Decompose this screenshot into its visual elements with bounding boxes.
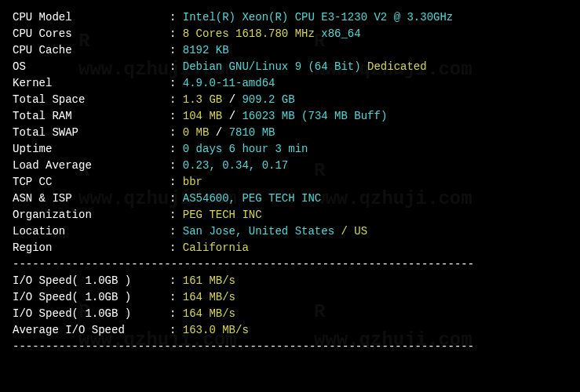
info-label: I/O Speed( 1.0GB ) <box>13 289 170 306</box>
info-value-part: 7810 MB <box>229 125 275 141</box>
info-value: PEG TECH INC <box>183 207 262 223</box>
info-value: Intel(R) Xeon(R) CPU E3-1230 V2 @ 3.30GH… <box>183 9 453 26</box>
info-label: I/O Speed( 1.0GB ) <box>13 306 170 322</box>
colon: : <box>170 158 183 174</box>
info-label: OS <box>13 59 170 75</box>
info-row: Total Space : 1.3 GB / 909.2 GB <box>13 92 567 108</box>
info-label: TCP CC <box>13 174 170 191</box>
info-row: I/O Speed( 1.0GB ) : 164 MB/s <box>13 306 567 322</box>
colon: : <box>170 59 183 75</box>
colon: : <box>170 273 183 289</box>
info-row: CPU Model : Intel(R) Xeon(R) CPU E3-1230… <box>13 9 567 26</box>
info-value-part: / <box>222 92 242 108</box>
info-row: Organization : PEG TECH INC <box>13 207 567 223</box>
info-value: 4.9.0-11-amd64 <box>183 75 275 92</box>
info-row: I/O Speed( 1.0GB ) : 164 MB/s <box>13 289 567 306</box>
colon: : <box>170 108 183 125</box>
divider: ----------------------------------------… <box>13 256 567 273</box>
colon: : <box>170 92 183 108</box>
info-label: Total RAM <box>13 108 170 125</box>
info-value-part: San Jose, United States <box>183 223 334 240</box>
info-value-part: x86_64 <box>315 26 361 42</box>
info-value-part: 16023 MB <box>242 108 294 125</box>
colon: : <box>170 223 183 240</box>
info-label: Load Average <box>13 158 170 174</box>
info-row: ASN & ISP : AS54600, PEG TECH INC <box>13 191 567 207</box>
io-speed-section: I/O Speed( 1.0GB ) : 161 MB/sI/O Speed( … <box>13 273 567 339</box>
info-value: AS54600, PEG TECH INC <box>183 191 321 207</box>
info-value-part: 104 MB <box>183 108 222 125</box>
info-value: 164 MB/s <box>183 289 235 306</box>
colon: : <box>170 174 183 191</box>
info-row: Location : San Jose, United States / US <box>13 223 567 240</box>
info-value-part: / <box>209 125 228 141</box>
info-row: CPU Cores : 8 Cores 1618.780 MHz x86_64 <box>13 26 567 42</box>
info-row: Average I/O Speed : 163.0 MB/s <box>13 322 567 339</box>
colon: : <box>170 75 183 92</box>
colon: : <box>170 289 183 306</box>
info-row: Total RAM : 104 MB / 16023 MB (734 MB Bu… <box>13 108 567 125</box>
info-value-part: / <box>222 108 242 125</box>
info-label: Kernel <box>13 75 170 92</box>
colon: : <box>170 306 183 322</box>
info-label: Total SWAP <box>13 125 170 141</box>
info-row: Uptime : 0 days 6 hour 3 min <box>13 141 567 158</box>
info-value: 8192 KB <box>183 42 229 59</box>
info-label: I/O Speed( 1.0GB ) <box>13 273 170 289</box>
info-value: bbr <box>183 174 202 191</box>
info-label: CPU Model <box>13 9 170 26</box>
info-label: CPU Cache <box>13 42 170 59</box>
info-row: CPU Cache : 8192 KB <box>13 42 567 59</box>
info-row: TCP CC : bbr <box>13 174 567 191</box>
colon: : <box>170 42 183 59</box>
info-value: 163.0 MB/s <box>183 322 249 339</box>
colon: : <box>170 240 183 256</box>
info-value: California <box>183 240 249 256</box>
colon: : <box>170 9 183 26</box>
colon: : <box>170 125 183 141</box>
info-label: Average I/O Speed <box>13 322 170 339</box>
system-info-section: CPU Model : Intel(R) Xeon(R) CPU E3-1230… <box>13 9 567 256</box>
info-label: Uptime <box>13 141 170 158</box>
info-value-part: / US <box>334 223 367 240</box>
info-value: 161 MB/s <box>183 273 235 289</box>
colon: : <box>170 207 183 223</box>
colon: : <box>170 322 183 339</box>
info-label: Total Space <box>13 92 170 108</box>
colon: : <box>170 26 183 42</box>
info-label: Region <box>13 240 170 256</box>
info-label: Organization <box>13 207 170 223</box>
colon: : <box>170 141 183 158</box>
info-value-part: 0 MB <box>183 125 210 141</box>
info-value-part: Dedicated <box>361 59 427 75</box>
info-value-part: Debian GNU/Linux 9 (64 Bit) <box>183 59 361 75</box>
info-value: 164 MB/s <box>183 306 235 322</box>
info-value: 0.23, 0.34, 0.17 <box>183 158 288 174</box>
colon: : <box>170 191 183 207</box>
divider: ----------------------------------------… <box>13 339 567 355</box>
info-value-part: 909.2 GB <box>242 92 294 108</box>
info-row: Total SWAP : 0 MB / 7810 MB <box>13 125 567 141</box>
info-value-part: 8 Cores 1618.780 MHz <box>183 26 315 42</box>
info-row: OS : Debian GNU/Linux 9 (64 Bit) Dedicat… <box>13 59 567 75</box>
info-row: Load Average : 0.23, 0.34, 0.17 <box>13 158 567 174</box>
info-label: CPU Cores <box>13 26 170 42</box>
info-label: Location <box>13 223 170 240</box>
info-label: ASN & ISP <box>13 191 170 207</box>
info-row: Kernel : 4.9.0-11-amd64 <box>13 75 567 92</box>
info-row: Region : California <box>13 240 567 256</box>
info-value-part: 1.3 GB <box>183 92 222 108</box>
info-value: 0 days 6 hour 3 min <box>183 141 308 158</box>
info-row: I/O Speed( 1.0GB ) : 161 MB/s <box>13 273 567 289</box>
info-value-part: (734 MB Buff) <box>295 108 388 125</box>
